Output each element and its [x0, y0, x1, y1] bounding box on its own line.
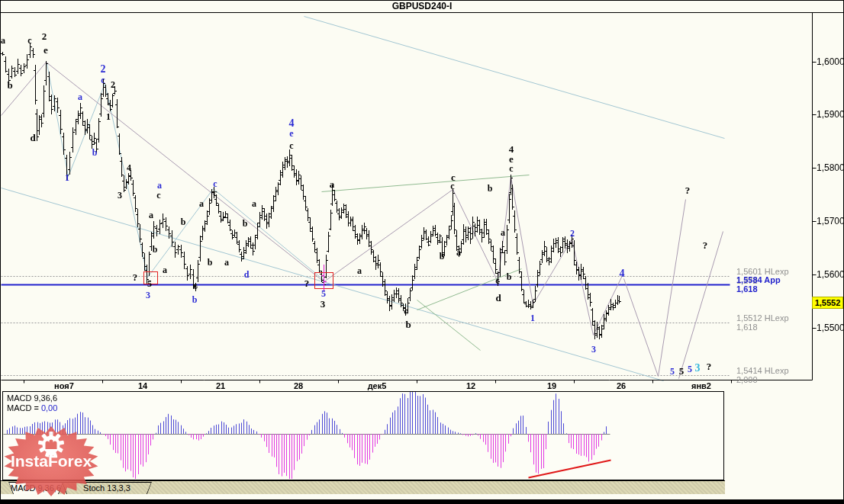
- price-axis-label: 1,5800: [817, 162, 844, 173]
- wave-label: a: [1, 36, 5, 45]
- wave-label: 4: [620, 268, 625, 279]
- wave-label: b: [92, 148, 98, 157]
- wave-label: 2: [111, 80, 115, 89]
- wave-label: a: [149, 210, 153, 220]
- price-axis-label: 1,6000: [817, 56, 844, 67]
- wave-label: 2: [101, 64, 106, 75]
- wave-label: a: [199, 199, 204, 208]
- tab-macd[interactable]: MACD 9,36,6: [8, 482, 63, 494]
- wave-label: b: [488, 184, 493, 193]
- wave-label: b: [405, 319, 411, 329]
- price-chart-canvas[interactable]: [1, 1, 844, 504]
- wave-label: a: [330, 179, 335, 189]
- wave-label: e: [509, 154, 514, 164]
- wave-label: 1: [65, 173, 69, 182]
- bottom-bar: [1, 499, 843, 504]
- wave-label: 5: [321, 289, 326, 298]
- wave-label: 2: [42, 31, 47, 41]
- date-label: 19: [547, 381, 556, 390]
- macd-value-label: MACD = 0,00: [7, 403, 57, 413]
- wave-label: ?: [685, 185, 691, 195]
- tab-stoch[interactable]: Stoch 13,3,3 (80%-20%): [62, 482, 152, 494]
- wave-label: 5: [679, 366, 685, 376]
- wave-label: c: [193, 281, 197, 291]
- wave-label: c: [156, 191, 160, 200]
- wave-label: b: [181, 217, 186, 226]
- wave-label: 3: [118, 191, 122, 200]
- wave-label: b: [243, 219, 248, 228]
- date-label: дек5: [368, 381, 387, 390]
- level-label: 1,5584 App 1,618: [736, 275, 790, 294]
- wave-label: 3: [321, 299, 326, 309]
- wave-label: c: [450, 181, 454, 191]
- wave-label: a: [357, 266, 362, 275]
- wave-label: c: [404, 307, 408, 316]
- wave-label: a: [157, 181, 162, 190]
- wave-label: 3: [591, 345, 596, 354]
- wave-label: c: [495, 276, 499, 285]
- date-label: 28: [294, 381, 303, 390]
- wave-label: b: [507, 272, 512, 281]
- macd-params-label: MACD 9,36,6: [7, 393, 57, 403]
- wave-label: 5: [688, 364, 692, 374]
- macd-indicator-labels: MACD 9,36,6 MACD = 0,00: [7, 393, 57, 413]
- indicator-tab-bar: MACD 9,36,6 Stoch 13,3,3 (80%-20%): [1, 480, 725, 494]
- wave-label: 2: [570, 229, 575, 238]
- wave-label: e: [43, 45, 48, 55]
- wave-label: 3: [146, 291, 150, 300]
- level-label: 1,5512 HLexp 1,618: [736, 313, 790, 332]
- wave-label: d: [244, 270, 250, 279]
- wave-label: b: [7, 80, 12, 90]
- wave-label: a: [163, 265, 167, 274]
- wave-label: ?: [304, 278, 310, 288]
- tab-macd-label: MACD 9,36,6: [8, 483, 63, 493]
- price-axis-label: 1,5600: [817, 269, 844, 280]
- date-label: 26: [617, 381, 626, 390]
- wave-label: d: [495, 293, 501, 303]
- date-label: ноя7: [54, 381, 74, 390]
- wave-label: e: [289, 129, 293, 138]
- wave-label: c: [509, 164, 513, 173]
- wave-label: a: [456, 248, 461, 257]
- wave-label: c: [289, 141, 293, 150]
- wave-label: a: [78, 92, 82, 101]
- wave-label: b: [440, 252, 445, 261]
- wave-label: a: [252, 199, 256, 208]
- chart-title: GBPUSD240-I: [1, 1, 843, 13]
- price-axis-label: 1,5500: [817, 323, 844, 333]
- price-axis-label: 1,5900: [817, 109, 844, 120]
- date-label: 14: [138, 381, 147, 390]
- price-axis-label: 1,5700: [817, 216, 844, 226]
- wave-label: d: [30, 133, 35, 143]
- chart-window: GBPUSD240-I ac2ebd1a2c21b34acabbacc?53ab…: [0, 0, 844, 504]
- wave-label: 4: [289, 118, 295, 129]
- wave-label: a: [501, 228, 505, 237]
- wave-label: b: [192, 295, 198, 304]
- date-label: 21: [216, 381, 225, 390]
- wave-label: ?: [707, 361, 712, 371]
- wave-label: c: [101, 75, 105, 85]
- wave-label: ?: [703, 240, 708, 250]
- wave-label: b: [153, 245, 158, 254]
- wave-label: 1: [106, 112, 111, 121]
- wave-label: ?: [133, 272, 138, 282]
- current-price-tag: 1,5552: [812, 297, 843, 309]
- wave-label: 3: [695, 363, 701, 374]
- date-label: 12: [466, 381, 475, 390]
- wave-label: 5: [670, 367, 675, 376]
- wave-label: 1: [530, 313, 535, 323]
- wave-label: b: [208, 258, 213, 267]
- wave-label: a: [224, 258, 229, 267]
- wave-label: c: [213, 179, 217, 188]
- level-label: 1,5414 HLexp 2,000: [736, 366, 790, 384]
- wave-label: 4: [127, 163, 131, 172]
- date-label: янв2: [691, 381, 711, 390]
- wave-label: c: [213, 188, 217, 197]
- wave-label: c: [27, 36, 31, 45]
- wave-label: 5: [147, 279, 152, 288]
- macd-current-value: 0,00: [41, 403, 57, 413]
